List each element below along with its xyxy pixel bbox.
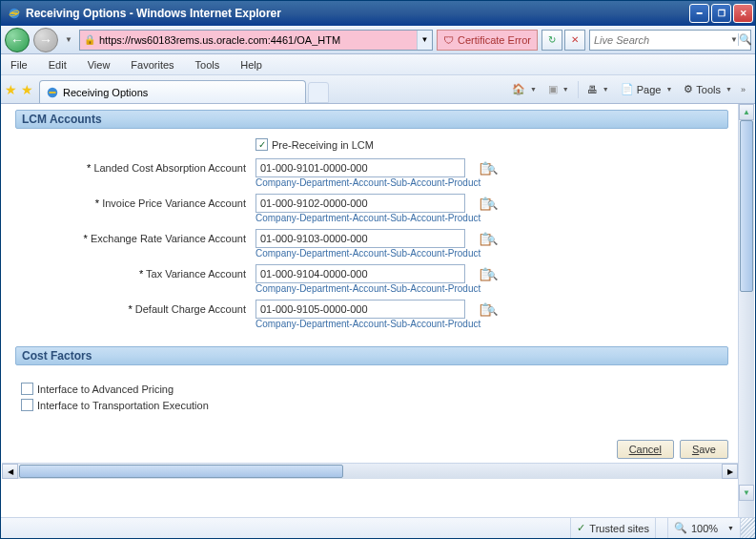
stop-button[interactable]: ✕ (564, 30, 585, 51)
exchange-rate-label: * Exchange Rate Variance Account (15, 233, 250, 244)
search-input[interactable] (590, 34, 730, 46)
pre-receiving-checkbox[interactable] (255, 138, 268, 151)
hscroll-thumb[interactable] (19, 465, 343, 478)
menu-favorites[interactable]: Favorites (127, 57, 177, 73)
menu-view[interactable]: View (84, 57, 114, 73)
address-dropdown[interactable]: ▼ (417, 31, 432, 50)
zoom-value: 100% (691, 523, 718, 534)
window-titlebar: Receiving Options - Windows Internet Exp… (1, 1, 755, 26)
invoice-price-lookup[interactable]: 📋🔍 (471, 197, 500, 211)
tab-command-bar: ★ ★ Receiving Options 🏠▼ ▣▼ 🖶▼ 📄Page▼ ⚙T… (1, 75, 755, 104)
close-button[interactable]: ✕ (733, 4, 753, 23)
favorites-center-button[interactable]: ★ (5, 82, 17, 97)
menu-tools[interactable]: Tools (192, 57, 224, 73)
tax-variance-lookup[interactable]: 📋🔍 (471, 267, 500, 281)
certificate-error-text: Certificate Error (458, 34, 531, 46)
home-icon: 🏠 (512, 83, 525, 95)
menu-help[interactable]: Help (236, 57, 266, 73)
page-content: LCM Accounts Pre-Receiving in LCM * Land… (2, 104, 738, 517)
shield-error-icon: 🛡 (443, 34, 454, 46)
exchange-rate-input[interactable] (255, 229, 465, 248)
tax-variance-label: * Tax Variance Account (15, 268, 250, 280)
address-url-text: https://rws60183rems.us.oracle.com:4461/… (99, 34, 340, 46)
exchange-rate-lookup[interactable]: 📋🔍 (471, 232, 500, 246)
interface-transport-checkbox[interactable] (21, 399, 33, 411)
scroll-down-button[interactable]: ▼ (739, 485, 754, 501)
status-zone: ✓ Trusted sites (570, 518, 655, 538)
scroll-left-button[interactable]: ◀ (2, 464, 18, 479)
nav-history-dropdown[interactable]: ▼ (62, 30, 75, 51)
tax-variance-input[interactable] (255, 264, 465, 283)
ie-icon (7, 6, 22, 21)
zoom-icon: 🔍 (674, 522, 687, 534)
ie-icon (46, 86, 59, 99)
zoom-dropdown-icon: ▼ (727, 525, 734, 531)
field-hint: Company-Department-Account-Sub-Account-P… (255, 319, 500, 329)
certificate-error-badge[interactable]: 🛡 Certificate Error (437, 30, 538, 51)
separator (578, 81, 579, 98)
browser-tab[interactable]: Receiving Options (39, 80, 306, 103)
interface-pricing-label: Interface to Advanced Pricing (37, 384, 174, 395)
interface-transport-label: Interface to Transportation Execution (37, 400, 209, 411)
trusted-sites-text: Trusted sites (589, 523, 649, 534)
pre-receiving-label: Pre-Receiving in LCM (272, 139, 374, 151)
cost-factors-header: Cost Factors (15, 346, 728, 365)
lock-icon: 🔒 (84, 34, 95, 45)
cancel-button[interactable]: Cancel (617, 440, 674, 459)
menu-bar: File Edit View Favorites Tools Help (1, 54, 755, 75)
save-button[interactable]: Save (680, 440, 728, 459)
landed-cost-lookup[interactable]: 📋🔍 (471, 161, 500, 176)
tools-menu[interactable]: ⚙Tools▼ (679, 79, 737, 100)
status-bar: ✓ Trusted sites 🔍 100% ▼ (1, 517, 755, 538)
new-tab-button[interactable] (308, 82, 329, 103)
address-bar[interactable]: 🔒 https://rws60183rems.us.oracle.com:446… (79, 30, 433, 51)
default-charge-input[interactable] (255, 300, 465, 319)
trusted-icon: ✓ (577, 522, 585, 534)
nav-toolbar: ← → ▼ 🔒 https://rws60183rems.us.oracle.c… (1, 26, 755, 54)
search-box[interactable]: ▼ 🔍 (589, 30, 751, 51)
search-provider-dropdown[interactable]: ▼ (730, 35, 738, 44)
field-hint: Company-Department-Account-Sub-Account-P… (255, 177, 500, 188)
default-charge-label: * Default Charge Account (15, 303, 250, 315)
page-menu[interactable]: 📄Page▼ (616, 79, 678, 100)
print-button[interactable]: 🖶▼ (582, 79, 614, 100)
field-hint: Company-Department-Account-Sub-Account-P… (255, 283, 500, 294)
refresh-button[interactable]: ↻ (541, 30, 562, 51)
tab-title: Receiving Options (63, 87, 148, 98)
field-hint: Company-Department-Account-Sub-Account-P… (255, 248, 500, 259)
minimize-button[interactable]: ━ (689, 4, 709, 23)
landed-cost-input[interactable] (255, 158, 465, 177)
default-charge-lookup[interactable]: 📋🔍 (471, 302, 500, 317)
maximize-button[interactable]: ❐ (711, 4, 731, 23)
add-favorite-button[interactable]: ★ (21, 82, 33, 97)
window-title: Receiving Options - Windows Internet Exp… (26, 7, 689, 20)
overflow-chevron[interactable]: » (739, 85, 747, 94)
landed-cost-label: * Landed Cost Absorption Account (15, 162, 250, 174)
menu-file[interactable]: File (7, 57, 31, 73)
status-sep (655, 518, 667, 538)
print-icon: 🖶 (587, 84, 598, 95)
address-url[interactable]: 🔒 https://rws60183rems.us.oracle.com:446… (80, 31, 417, 50)
zoom-control[interactable]: 🔍 100% ▼ (667, 518, 740, 538)
vscroll-thumb[interactable] (740, 120, 753, 292)
scroll-up-button[interactable]: ▲ (739, 104, 754, 120)
lcm-section-header: LCM Accounts (15, 110, 728, 129)
back-button[interactable]: ← (5, 28, 30, 52)
scroll-right-button[interactable]: ▶ (722, 464, 738, 479)
resize-grip[interactable] (740, 518, 755, 538)
hscroll-track[interactable] (344, 464, 722, 479)
vertical-scrollbar[interactable]: ▲ ▼ (738, 104, 754, 517)
forward-button[interactable]: → (33, 28, 58, 52)
horizontal-scrollbar[interactable]: ◀ ▶ (2, 463, 738, 479)
invoice-price-label: * Invoice Price Variance Account (15, 197, 250, 209)
gear-icon: ⚙ (684, 83, 693, 95)
feeds-button[interactable]: ▣▼ (543, 79, 574, 100)
rss-icon: ▣ (548, 83, 558, 95)
interface-pricing-checkbox[interactable] (21, 383, 33, 395)
content-viewport: LCM Accounts Pre-Receiving in LCM * Land… (2, 104, 754, 517)
menu-edit[interactable]: Edit (45, 57, 71, 73)
invoice-price-input[interactable] (255, 194, 465, 213)
search-go-button[interactable]: 🔍 (738, 33, 752, 46)
page-icon: 📄 (621, 83, 634, 95)
home-button[interactable]: 🏠▼ (507, 79, 541, 100)
